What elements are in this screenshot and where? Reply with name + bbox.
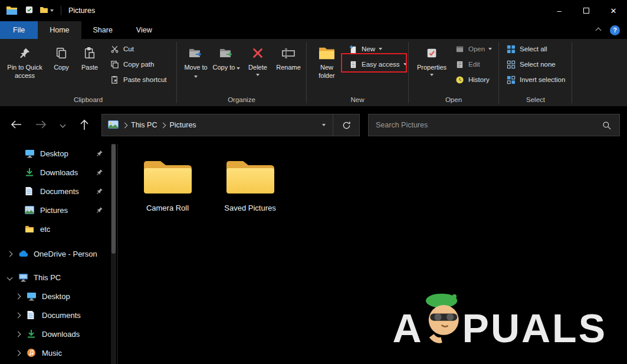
sidebar-item-label: Downloads <box>42 330 80 339</box>
folder-name: Camera Roll <box>146 204 189 212</box>
pin-icon <box>96 169 103 176</box>
folder-item-camera-roll[interactable]: Camera Roll <box>134 156 201 212</box>
rename-button[interactable]: Rename <box>273 41 304 91</box>
delete-button[interactable]: Delete <box>244 41 272 91</box>
tab-file[interactable]: File <box>0 21 38 39</box>
sidebar-item-label: Downloads <box>40 168 78 177</box>
tab-view[interactable]: View <box>124 21 164 39</box>
copy-to-label: Copy to <box>213 64 235 71</box>
sidebar-scrollbar[interactable] <box>111 144 116 364</box>
copy-to-button[interactable]: Copy to <box>212 41 241 91</box>
chevron-right-icon[interactable] <box>14 332 22 336</box>
scrollbar-thumb[interactable] <box>111 144 116 254</box>
paste-button[interactable]: Paste <box>77 41 103 91</box>
window-title: Pictures <box>68 6 95 15</box>
copy-button[interactable]: Copy <box>48 41 74 91</box>
select-all-label: Select all <box>520 45 547 53</box>
sidebar-item-documents[interactable]: Documents <box>0 182 117 201</box>
move-to-button[interactable]: Move to <box>182 41 210 91</box>
forward-button[interactable] <box>31 114 51 135</box>
titlebar-separator <box>61 6 61 15</box>
paste-shortcut-button[interactable]: Paste shortcut <box>106 72 170 87</box>
address-dropdown-button[interactable] <box>315 114 333 136</box>
back-arrow-icon <box>11 120 22 129</box>
chevron-down-icon <box>50 9 54 12</box>
chevron-right-icon[interactable] <box>14 351 22 355</box>
chevron-right-icon[interactable] <box>14 313 22 317</box>
select-none-button[interactable]: Select none <box>503 57 569 72</box>
breadcrumb-this-pc[interactable]: This PC <box>131 121 157 129</box>
navigation-bar: This PC Pictures <box>0 106 627 144</box>
folder-icon <box>40 6 48 15</box>
sidebar-item-thispc-downloads[interactable]: Downloads <box>0 324 117 343</box>
file-list-area[interactable]: Camera Roll Saved Pictures A <box>118 144 627 364</box>
sidebar-item-desktop[interactable]: Desktop <box>0 144 117 163</box>
minimize-button[interactable]: – <box>546 0 573 21</box>
breadcrumb-chevron-icon <box>122 122 128 128</box>
sidebar-item-pictures[interactable]: Pictures <box>0 201 117 219</box>
chevron-down-icon <box>194 76 198 78</box>
sidebar-item-label: Pictures <box>40 206 68 215</box>
breadcrumb-pictures[interactable]: Pictures <box>169 121 196 129</box>
sidebar-item-thispc-desktop[interactable]: Desktop <box>0 287 117 306</box>
navigation-pane: Desktop Downloads Documents <box>0 144 117 364</box>
chevron-right-icon[interactable] <box>14 294 22 299</box>
file-explorer-window: Pictures – ✕ File Home Share View ? Pin … <box>0 0 627 364</box>
copy-to-icon <box>219 44 234 62</box>
sidebar-item-thispc-music[interactable]: Music <box>0 343 117 362</box>
sidebar-item-thispc-documents[interactable]: Documents <box>0 306 117 324</box>
edit-button[interactable]: Edit <box>451 57 495 72</box>
invert-selection-icon <box>506 76 516 84</box>
new-folder-button[interactable]: New folder <box>311 41 342 91</box>
edit-icon <box>455 60 465 69</box>
select-all-button[interactable]: Select all <box>503 41 569 57</box>
new-folder-quick-button[interactable] <box>40 6 54 15</box>
ribbon-group-select: Select all Select none Invert selection … <box>499 39 572 106</box>
collapse-ribbon-icon[interactable] <box>596 27 602 33</box>
refresh-icon <box>342 121 351 130</box>
tab-share[interactable]: Share <box>81 21 124 39</box>
invert-selection-button[interactable]: Invert selection <box>503 72 569 87</box>
properties-icon <box>425 44 438 62</box>
tab-home[interactable]: Home <box>38 21 81 39</box>
folder-item-saved-pictures[interactable]: Saved Pictures <box>217 156 283 212</box>
pin-to-quick-access-button[interactable]: Pin to Quick access <box>5 41 45 91</box>
chevron-right-icon[interactable] <box>6 252 14 256</box>
appuals-watermark: A PUALS <box>392 296 607 359</box>
copy-path-label: Copy path <box>123 61 154 68</box>
music-icon <box>27 348 37 358</box>
chevron-down-icon <box>237 67 240 70</box>
sidebar-item-etc[interactable]: etc <box>0 219 117 238</box>
history-button[interactable]: History <box>451 72 495 87</box>
sidebar-item-onedrive[interactable]: OneDrive - Person <box>0 244 117 263</box>
address-bar[interactable]: This PC Pictures <box>101 114 360 136</box>
open-button[interactable]: Open <box>451 41 495 57</box>
back-button[interactable] <box>6 114 26 135</box>
sidebar-item-downloads[interactable]: Downloads <box>0 163 117 182</box>
copy-label: Copy <box>54 64 69 72</box>
breadcrumb-chevron-icon <box>160 122 166 128</box>
up-button[interactable] <box>74 114 94 135</box>
clipboard-group-label: Clipboard <box>0 96 176 103</box>
new-folder-label: New folder <box>311 64 342 80</box>
select-none-label: Select none <box>520 61 556 68</box>
watermark-text-right: PUALS <box>462 305 607 351</box>
refresh-button[interactable] <box>333 114 359 136</box>
help-button[interactable]: ? <box>610 25 620 35</box>
properties-button[interactable]: Properties <box>415 41 449 91</box>
search-input[interactable] <box>369 121 602 129</box>
sidebar-item-label: Music <box>42 349 62 358</box>
copy-path-button[interactable]: Copy path <box>106 57 170 72</box>
properties-quick-button[interactable] <box>25 5 34 16</box>
recent-locations-button[interactable] <box>55 114 70 135</box>
move-to-label: Move to <box>184 64 207 71</box>
cut-button[interactable]: Cut <box>106 41 170 57</box>
new-group-label: New <box>307 96 408 103</box>
up-arrow-icon <box>80 119 89 130</box>
chevron-down-icon[interactable] <box>6 276 14 280</box>
maximize-button[interactable] <box>573 0 600 21</box>
close-button[interactable]: ✕ <box>600 0 627 21</box>
sidebar-item-this-pc[interactable]: This PC <box>0 268 117 287</box>
ribbon-tabbar: File Home Share View ? <box>0 21 627 39</box>
checkmark-icon <box>25 5 34 16</box>
